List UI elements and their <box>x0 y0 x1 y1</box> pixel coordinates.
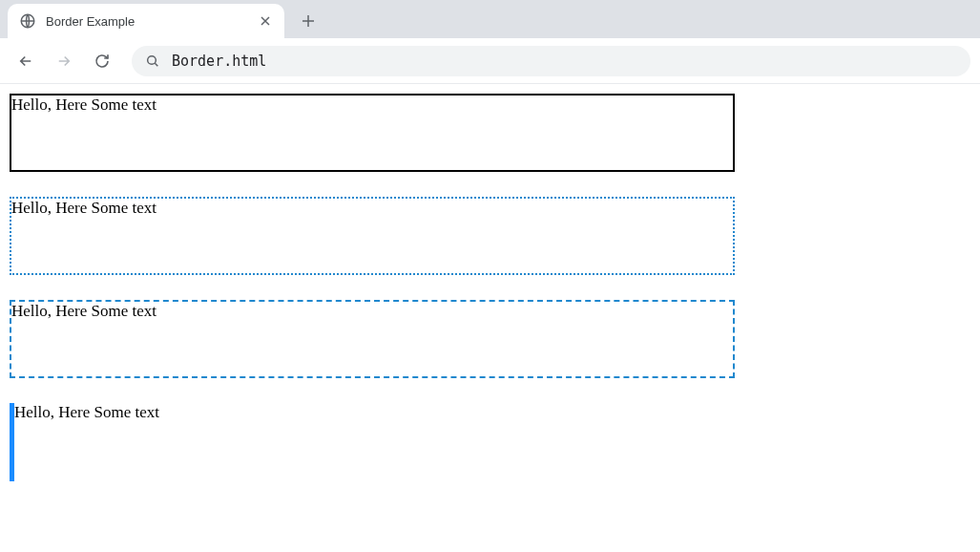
box-text: Hello, Here Some text <box>11 302 156 320</box>
box-text: Hello, Here Some text <box>11 199 156 217</box>
left-border-box: Hello, Here Some text <box>10 403 735 481</box>
dotted-border-box: Hello, Here Some text <box>10 197 735 275</box>
close-icon <box>261 16 270 26</box>
box-text: Hello, Here Some text <box>14 403 159 421</box>
browser-tab[interactable]: Border Example <box>8 4 284 38</box>
tab-title: Border Example <box>46 14 248 29</box>
back-button[interactable] <box>10 45 42 77</box>
box-text: Hello, Here Some text <box>11 96 156 114</box>
address-bar[interactable]: Border.html <box>132 46 970 76</box>
arrow-left-icon <box>17 53 34 70</box>
url-text: Border.html <box>172 53 266 70</box>
svg-point-1 <box>148 55 156 64</box>
forward-button[interactable] <box>48 45 80 77</box>
solid-border-box: Hello, Here Some text <box>10 94 735 172</box>
tab-bar: Border Example <box>0 0 980 38</box>
reload-icon <box>94 53 111 70</box>
arrow-right-icon <box>55 53 73 70</box>
plus-icon <box>302 14 315 28</box>
page-content: Hello, Here Some text Hello, Here Some t… <box>0 84 980 516</box>
search-icon <box>145 53 160 69</box>
globe-icon <box>19 12 36 30</box>
reload-button[interactable] <box>86 45 118 77</box>
dashed-border-box: Hello, Here Some text <box>10 300 735 378</box>
new-tab-button[interactable] <box>294 7 323 35</box>
browser-chrome: Border Example <box>0 0 980 84</box>
toolbar: Border.html <box>0 38 980 84</box>
close-tab-button[interactable] <box>258 13 273 29</box>
